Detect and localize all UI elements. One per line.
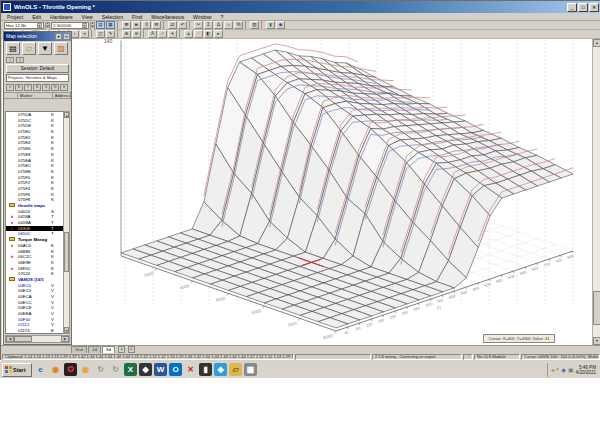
sync-green-button-icon[interactable]: ▲ (184, 30, 193, 38)
menu-project[interactable]: Project (7, 14, 23, 20)
panel-menu-button[interactable]: ▾ (55, 33, 62, 40)
export-up-button-icon[interactable]: ↥ (6, 57, 14, 63)
rows-button-icon[interactable]: ≣ (132, 21, 141, 29)
taskbar-icon-sync1[interactable]: ↻ (94, 363, 107, 376)
filter-button-1[interactable]: ≡ (6, 84, 14, 91)
delta-button-icon[interactable]: Δ (214, 21, 223, 29)
help-button-icon[interactable]: ▸ (214, 30, 223, 38)
percent-button-icon[interactable]: % (234, 21, 243, 29)
minimize-button[interactable]: _ (567, 3, 577, 12)
save-map-button-icon[interactable]: ▤ (6, 42, 20, 55)
scroll-left-icon[interactable]: ◀ (6, 336, 14, 342)
column-address[interactable]: Marker (18, 93, 53, 98)
dropdown-button-icon[interactable]: ▾ (168, 30, 177, 38)
view-3d-button-icon[interactable]: ▦ (106, 21, 115, 29)
apply-button-icon[interactable]: ✓ (158, 30, 167, 38)
session-button[interactable]: Session: Default (6, 64, 69, 73)
scroll-up-icon[interactable]: ▲ (64, 112, 69, 118)
taskbar-icon-ie[interactable]: e (34, 363, 47, 376)
scroll-right-icon[interactable]: ▶ (61, 336, 69, 342)
menu-view[interactable]: View (82, 14, 93, 20)
tray-icon-4[interactable]: ▣ (568, 366, 574, 373)
sum-button-icon[interactable]: Σ (204, 21, 213, 29)
taskbar-icon-teamviewer[interactable]: ◈ (214, 363, 227, 376)
menu-?[interactable]: ? (221, 14, 224, 20)
columns-button-icon[interactable]: ⫼ (142, 21, 151, 29)
tab-2d[interactable]: 2d (88, 346, 101, 353)
view-mode-combo[interactable]: Projects, Versions & Maps (6, 74, 69, 82)
zoom-in-button-icon[interactable]: ⊕ (122, 30, 131, 38)
tab-text[interactable]: Text (71, 346, 87, 353)
selection-button-icon[interactable]: ◫ (96, 30, 105, 38)
tray-icon-3[interactable]: ◆ (561, 366, 566, 373)
tray-icon-1[interactable]: ◂ (551, 366, 554, 373)
edit-button-icon[interactable]: ✎ (106, 30, 115, 38)
menu-hardware[interactable]: Hardware (50, 14, 73, 20)
close-button[interactable]: ✕ (589, 3, 599, 12)
filter-button-5[interactable]: V (42, 84, 50, 91)
filter-button-4[interactable]: S (33, 84, 41, 91)
filter-button-6[interactable]: % (51, 84, 59, 91)
scrollbar-thumb[interactable] (593, 291, 600, 325)
map-pack-button-icon[interactable]: ▥ (250, 21, 259, 29)
taskbar-icon-settings[interactable]: ▦ (244, 363, 257, 376)
last-map-button-icon[interactable]: » (80, 30, 89, 38)
panel-close-icon[interactable]: ✕ (63, 33, 70, 40)
scroll-up-icon[interactable]: ▲ (593, 39, 600, 47)
taskbar-icon-tool[interactable]: ◆ (139, 363, 152, 376)
taskbar-icon-close-red[interactable]: ✕ (184, 363, 197, 376)
taskbar-icon-outlook[interactable]: O (169, 363, 182, 376)
grid-button-icon[interactable]: ⊞ (122, 21, 131, 29)
title-bar[interactable]: WinOLS - Throttle Opening * _ □ ✕ (1, 1, 600, 13)
folder-dropdown-button-icon[interactable]: ▼ (38, 42, 52, 55)
start-button[interactable]: Start (2, 363, 32, 377)
upload-orange-button-icon[interactable]: ↑ (194, 30, 203, 38)
approx-button-icon[interactable]: ≈ (224, 21, 233, 29)
list-header[interactable]: Marker Address (4, 92, 71, 99)
taskbar-icon-media[interactable]: ◉ (49, 363, 62, 376)
open-folder-button-icon[interactable]: ▱ (22, 42, 36, 55)
menu-window[interactable]: Window (193, 14, 211, 20)
undo-button-icon[interactable]: ↶ (178, 21, 187, 29)
menu-find[interactable]: Find (132, 14, 142, 20)
tray-icon-2[interactable]: ● (556, 366, 560, 373)
format-spinner[interactable]: ▲▼ (45, 22, 50, 29)
export-down-button-icon[interactable]: ↧ (16, 57, 24, 63)
original-green-button-icon[interactable]: ▮ (266, 21, 275, 29)
taskbar-icon-sync2[interactable]: ↻ (109, 363, 122, 376)
taskbar-icon-console[interactable]: ▮ (199, 363, 212, 376)
tab-3d[interactable]: 3d (102, 346, 115, 353)
compare-blue-button-icon[interactable]: ◆ (276, 21, 285, 29)
scroll-down-icon[interactable]: ▼ (64, 327, 69, 333)
menu-miscellaneous[interactable]: Miscellaneous (151, 14, 184, 20)
value-format-combo[interactable]: Hex 12 Bit ▾ (4, 22, 44, 29)
factor-combo[interactable]: 2.500000 ▾ (51, 22, 89, 29)
tab-scroll-left-icon[interactable]: ◂ (118, 346, 125, 353)
cut-button-icon[interactable]: ✂ (194, 21, 203, 29)
panel-title-bar[interactable]: Map selection ▾ ✕ (4, 32, 71, 41)
menu-edit[interactable]: Edit (32, 14, 41, 20)
scrollbar-thumb[interactable] (64, 232, 69, 272)
tab-scroll-right-icon[interactable]: ▸ (128, 346, 135, 353)
map-list[interactable]: 075DAK075DCK075DEK075E0K075E2K075E4K075E… (5, 111, 63, 334)
taskbar-icon-word[interactable]: W (154, 363, 167, 376)
window-split-button-icon[interactable]: ◧ (204, 30, 213, 38)
taskbar-icon-folder[interactable]: ▱ (229, 363, 242, 376)
column-type[interactable]: Address (53, 93, 71, 98)
import-folder-button-icon[interactable]: ▨ (54, 42, 68, 55)
chart-vertical-scrollbar[interactable]: ▲ ▼ (592, 39, 600, 345)
taskbar-icon-excel[interactable]: X (124, 363, 137, 376)
scrollbar-thumb[interactable] (14, 336, 32, 342)
taskbar-icon-chrome[interactable]: ◉ (79, 363, 92, 376)
list-scrollbar[interactable]: ▲ ▼ (63, 111, 70, 334)
taskbar-icon-winols[interactable]: ✪ (64, 363, 77, 376)
text-mode-button-icon[interactable]: A (148, 30, 157, 38)
view-2d-button-icon[interactable]: ▤ (96, 21, 105, 29)
swap-axes-button-icon[interactable]: ⇄ (168, 21, 177, 29)
panel-horizontal-scrollbar[interactable]: ◀ ▶ (5, 335, 70, 343)
column-marker[interactable] (4, 93, 18, 98)
factor-spinner[interactable]: ▲▼ (90, 22, 95, 29)
menu-selection[interactable]: Selection (102, 14, 123, 20)
filter-button-3[interactable]: T (24, 84, 32, 91)
table-button-icon[interactable]: ⊟ (152, 21, 161, 29)
